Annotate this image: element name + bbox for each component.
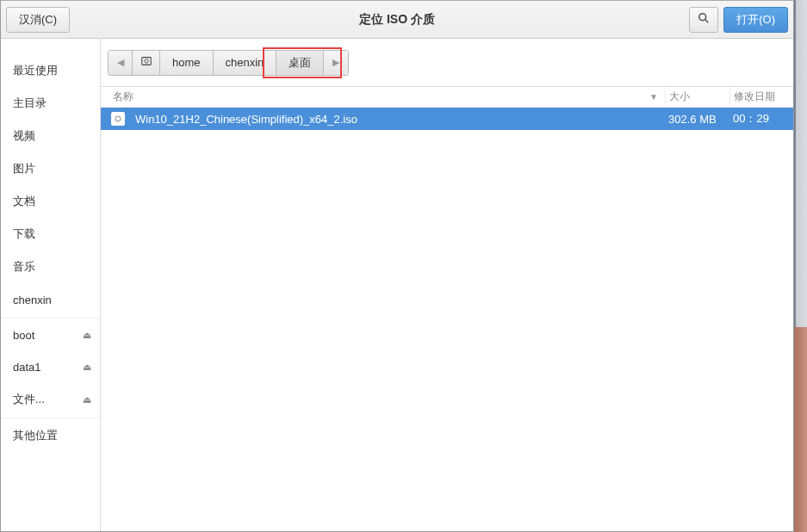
- open-button[interactable]: 打开(O): [723, 7, 788, 33]
- column-size[interactable]: 大小: [665, 87, 729, 107]
- svg-point-4: [115, 116, 121, 121]
- breadcrumb-item-chenxin[interactable]: chenxin: [214, 51, 277, 75]
- file-list: Win10_21H2_Chinese(Simplified)_x64_2.iso…: [101, 108, 793, 531]
- sort-indicator-icon: ▼: [649, 92, 658, 102]
- breadcrumb-root-button[interactable]: [133, 51, 160, 75]
- sidebar-item-label: 最近使用: [13, 63, 58, 78]
- sidebar-item-label: 音乐: [13, 259, 35, 275]
- column-date[interactable]: 修改日期: [729, 87, 793, 107]
- svg-rect-2: [141, 58, 151, 65]
- sidebar-item-label: chenxin: [13, 294, 52, 306]
- sidebar-item[interactable]: 视频: [1, 120, 100, 152]
- sidebar-item-label: 视频: [13, 128, 35, 144]
- svg-point-0: [699, 14, 706, 21]
- sidebar-item-label: 文档: [13, 194, 35, 209]
- eject-icon[interactable]: ⏏: [83, 362, 91, 373]
- desktop-edge: [794, 0, 807, 532]
- iso-file-icon: [111, 112, 125, 126]
- sidebar-item[interactable]: boot⏏: [1, 318, 100, 350]
- breadcrumb-item-desktop[interactable]: 桌面: [276, 51, 324, 75]
- file-name: Win10_21H2_Chinese(Simplified)_x64_2.iso: [135, 113, 665, 126]
- sidebar-item-label: data1: [13, 361, 41, 374]
- sidebar-item[interactable]: 文档: [1, 185, 100, 218]
- sidebar-item[interactable]: 文件...⏏: [1, 383, 100, 416]
- eject-icon[interactable]: ⏏: [83, 330, 91, 341]
- breadcrumb-back-button[interactable]: ◀: [109, 51, 133, 75]
- titlebar: 汉消(C) 定位 ISO 介质 打开(O): [1, 1, 793, 39]
- column-headers: 名称 ▼ 大小 修改日期: [101, 87, 793, 108]
- file-date: 00：29: [729, 111, 793, 127]
- sidebar-item-label: 图片: [13, 161, 35, 176]
- sidebar-item[interactable]: 下载: [1, 218, 100, 251]
- sidebar: 最近使用主目录视频图片文档下载音乐chenxinboot⏏data1⏏文件...…: [1, 39, 101, 531]
- search-button[interactable]: [689, 7, 718, 33]
- breadcrumb-item-home[interactable]: home: [160, 51, 214, 75]
- sidebar-item-label: 下载: [13, 226, 35, 242]
- sidebar-item[interactable]: chenxin: [1, 283, 100, 316]
- breadcrumb-bar: ◀ home chenxin 桌面 ▶: [101, 39, 793, 87]
- sidebar-item-label: 文件...: [13, 392, 45, 407]
- sidebar-item[interactable]: data1⏏: [1, 350, 100, 383]
- file-row[interactable]: Win10_21H2_Chinese(Simplified)_x64_2.iso…: [101, 108, 793, 130]
- sidebar-item[interactable]: 最近使用: [1, 54, 100, 87]
- file-size: 302.6 MB: [665, 113, 729, 126]
- svg-point-3: [144, 59, 147, 63]
- sidebar-item-label: boot: [13, 329, 34, 342]
- svg-line-1: [705, 20, 709, 23]
- breadcrumb: ◀ home chenxin 桌面 ▶: [108, 50, 349, 76]
- window-title: 定位 ISO 介质: [359, 12, 435, 28]
- eject-icon[interactable]: ⏏: [83, 394, 91, 405]
- cancel-button[interactable]: 汉消(C): [6, 7, 70, 33]
- sidebar-item[interactable]: 音乐: [1, 251, 100, 283]
- search-icon: [698, 12, 710, 27]
- sidebar-item-label: 主目录: [13, 96, 47, 111]
- sidebar-item[interactable]: 主目录: [1, 87, 100, 120]
- sidebar-item[interactable]: 图片: [1, 152, 100, 185]
- column-name[interactable]: 名称 ▼: [101, 90, 665, 104]
- disk-icon: [140, 55, 152, 70]
- sidebar-item-label: 其他位置: [13, 428, 58, 443]
- sidebar-item[interactable]: 其他位置: [1, 418, 100, 450]
- breadcrumb-forward-button[interactable]: ▶: [324, 51, 348, 75]
